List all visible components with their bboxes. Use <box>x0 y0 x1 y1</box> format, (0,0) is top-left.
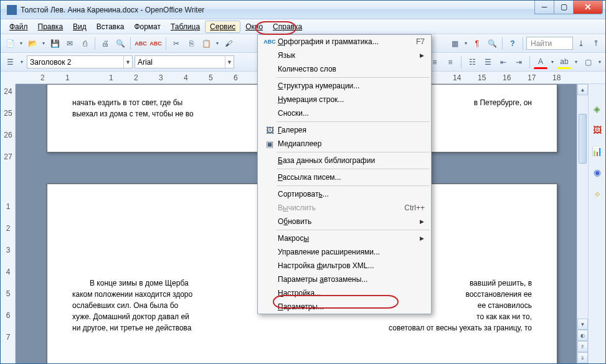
menu-tools[interactable]: Сервис <box>205 21 240 33</box>
find-next-icon[interactable]: ⤓ <box>574 37 588 50</box>
open-dropdown[interactable]: ▾ <box>40 40 47 46</box>
menu-language[interactable]: Язык ▶ <box>258 49 431 62</box>
scroll-thumb[interactable] <box>579 114 587 164</box>
paste-dropdown[interactable]: ▾ <box>214 40 220 46</box>
menu-autocorrect[interactable]: Параметры автозамены... <box>258 273 431 286</box>
scroll-down-icon[interactable]: ▼ <box>577 319 588 330</box>
bookmark-icon[interactable]: ⟐ <box>591 187 604 200</box>
indent-inc-icon[interactable]: ⇥ <box>512 55 526 69</box>
menu-extensions[interactable]: Управление расширениями... <box>258 245 431 259</box>
find-prev-icon[interactable]: ⤒ <box>589 37 603 50</box>
style-combo[interactable]: Заголовок 2 ▼ <box>27 55 133 68</box>
menu-mailmerge[interactable]: Рассылка писем... <box>258 170 431 184</box>
menu-edit[interactable]: Правка <box>33 21 69 33</box>
app-icon <box>7 5 17 15</box>
submenu-arrow-icon: ▶ <box>420 52 427 58</box>
new-doc-icon[interactable]: 📄 <box>3 37 17 50</box>
preview-icon[interactable]: 🔍 <box>113 37 127 50</box>
styles-icon[interactable]: ☰ <box>3 55 17 69</box>
cut-icon[interactable]: ✂ <box>169 37 183 50</box>
font-combo[interactable]: Arial ▼ <box>135 55 234 68</box>
menu-window[interactable]: Окно <box>240 21 268 33</box>
cube-icon[interactable]: ◈ <box>591 103 604 115</box>
menu-update[interactable]: Обновить ▶ <box>258 215 431 228</box>
menu-spellcheck[interactable]: ABC Орфография и грамматика... F7 <box>258 35 431 49</box>
swatch-icon[interactable]: ◉ <box>591 166 604 179</box>
minimize-button[interactable]: ─ <box>534 1 554 14</box>
menu-calc: Вычислить Ctrl++ <box>258 201 431 215</box>
spellcheck-abc-icon[interactable]: ABC <box>134 37 148 50</box>
menu-xmlfilter[interactable]: Настройка фильтров XML... <box>258 259 431 273</box>
menu-footnotes[interactable]: Сноски... <box>258 106 431 120</box>
font-color-icon[interactable]: A <box>534 55 547 69</box>
list-number-icon[interactable]: ☷ <box>465 55 479 69</box>
gallery-side-icon[interactable]: 🖼 <box>591 124 604 136</box>
table-insert-icon[interactable]: ▦ <box>448 37 462 50</box>
email-icon[interactable]: ✉ <box>63 37 77 50</box>
menu-wordcount[interactable]: Количество слов <box>258 62 431 76</box>
find-input[interactable]: Найти <box>526 37 573 50</box>
body-text: ни другое, ни третье не действова <box>72 322 192 334</box>
help-icon[interactable]: ? <box>506 37 519 50</box>
body-text: каком положении находится здоро <box>72 289 192 300</box>
body-text: ее становилось <box>478 300 532 311</box>
shortcut: F7 <box>401 37 427 46</box>
menu-table[interactable]: Таблица <box>166 21 205 33</box>
nav-up-icon[interactable]: ⇑ <box>577 341 588 352</box>
menu-linenum[interactable]: Нумерация строк... <box>258 93 431 106</box>
gallery-icon: 🖼 <box>262 126 278 135</box>
menu-options[interactable]: Параметры... <box>258 300 431 314</box>
menu-help[interactable]: Справка <box>268 21 307 33</box>
window-buttons: ─ ▢ ✕ <box>535 1 603 14</box>
menu-insert[interactable]: Вставка <box>92 21 130 33</box>
chart-icon[interactable]: 📊 <box>591 145 604 157</box>
window-title: Толстой Лев. Анна Каренина.docx - OpenOf… <box>21 6 535 14</box>
close-button[interactable]: ✕ <box>573 1 603 14</box>
menu-sort[interactable]: Сортировать... <box>258 187 431 201</box>
scroll-track[interactable] <box>577 95 588 319</box>
spellcheck-icon: ABC <box>262 39 278 45</box>
autospell-icon[interactable]: ABC <box>149 37 163 50</box>
paste-icon[interactable]: 📋 <box>199 37 213 50</box>
chevron-down-icon[interactable]: ▼ <box>123 56 132 68</box>
vertical-scrollbar[interactable]: ▲ ▼ ◐ ⇑ ⇓ <box>577 84 588 363</box>
body-text: ослабевших сил. Она была бо <box>72 300 178 311</box>
print-icon[interactable]: 🖨 <box>98 37 112 50</box>
new-dropdown[interactable]: ▾ <box>18 40 24 46</box>
nav-down-icon[interactable]: ⇓ <box>577 352 588 363</box>
menu-gallery[interactable]: 🖼 Галерея <box>258 123 431 137</box>
indent-dec-icon[interactable]: ⇤ <box>496 55 510 69</box>
formatting-icon[interactable]: ¶ <box>470 37 484 50</box>
menu-biblio[interactable]: База данных библиографии <box>258 154 431 167</box>
body-text: то как как ни то, <box>476 311 532 322</box>
maximize-button[interactable]: ▢ <box>554 1 574 14</box>
format-paint-icon[interactable]: 🖌 <box>222 37 235 50</box>
style-value: Заголовок 2 <box>30 58 71 67</box>
align-justify-icon[interactable]: ≡ <box>443 55 457 69</box>
menu-view[interactable]: Вид <box>68 21 92 33</box>
body-text: советовал от весны уехать за границу, то <box>389 322 532 334</box>
body-text: в Петербурге, он <box>474 97 532 108</box>
bgcolor-icon[interactable]: ▢ <box>581 55 595 69</box>
menu-media[interactable]: ▣ Медиаплеер <box>258 137 431 151</box>
nav-object-icon[interactable]: ◐ <box>577 330 588 341</box>
copy-icon[interactable]: ⎘ <box>184 37 198 50</box>
pdf-icon[interactable]: ⎙ <box>78 37 92 50</box>
open-icon[interactable]: 📂 <box>26 37 39 50</box>
highlight-icon[interactable]: ab <box>557 55 571 69</box>
menu-macros[interactable]: Макросы ▶ <box>258 231 431 245</box>
chevron-down-icon[interactable]: ▼ <box>225 56 234 68</box>
menu-file[interactable]: Файл <box>4 21 33 33</box>
menu-outline[interactable]: Структура нумерации... <box>258 79 431 93</box>
zoom-icon[interactable]: 🔍 <box>485 37 499 50</box>
side-panel: ◈ 🖼 📊 ◉ ⟐ <box>588 84 605 363</box>
body-text: начать ездить в тот свет, где бы <box>72 97 182 108</box>
scroll-up-icon[interactable]: ▲ <box>577 84 588 95</box>
save-icon[interactable]: 💾 <box>48 37 62 50</box>
menu-format[interactable]: Формат <box>129 21 166 33</box>
shortcut: Ctrl++ <box>401 203 427 212</box>
menu-customize[interactable]: Настройка... <box>258 286 431 300</box>
vertical-ruler[interactable]: 24 25 26 27 1 2 3 4 5 6 7 <box>1 84 16 363</box>
list-bullet-icon[interactable]: ☰ <box>481 55 495 69</box>
body-text: В конце зимы в доме Щерба <box>72 278 189 289</box>
